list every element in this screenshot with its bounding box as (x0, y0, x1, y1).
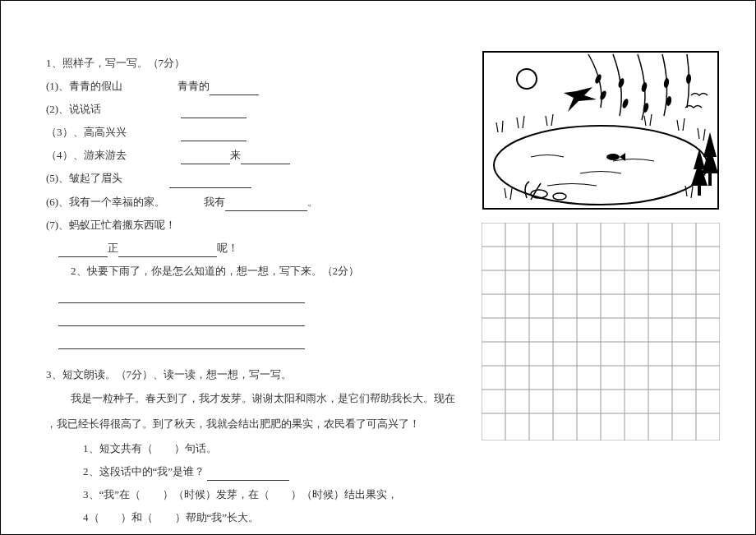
svg-rect-29 (698, 186, 701, 196)
q1-title: 1、照样子，写一写。（7分） (46, 54, 473, 72)
q3-title: 3、短文朗读。（7分）、读一读，想一想，写一写。 (46, 366, 473, 384)
q3-s1: 1、短文共有（ ）句话。 (46, 440, 473, 458)
q1-i1b: 青青的 (177, 80, 210, 92)
q1-i6a: (6)、我有一个幸福的家。 (46, 196, 165, 208)
q3-s3b: ）（时候）发芽，在（ (163, 488, 270, 500)
q1-i3: （3）、高高兴兴 (46, 126, 127, 138)
q2-blank3 (46, 331, 473, 349)
q2-blank1 (46, 285, 473, 303)
q1-item7b: 正呢！ (46, 239, 473, 257)
blank[interactable] (58, 292, 305, 303)
q1-i4a: （4）、游来游去 (46, 149, 127, 161)
q1-i2: (2)、说说话 (46, 103, 101, 115)
blank[interactable] (58, 338, 305, 349)
q3-p2: ，我已经长得很高了。到了秋天，我就会结出肥肥的果实，农民看了可高兴了！ (46, 414, 473, 435)
q3-p1: 我是一粒种子。春天到了，我才发芽。谢谢太阳和雨水，是它们帮助我长大。现在 (46, 389, 473, 409)
q1-item1: (1)、青青的假山 青青的 (46, 77, 473, 95)
writing-grid[interactable] (482, 223, 720, 440)
q1-item3: （3）、高高兴兴 (46, 123, 473, 141)
q3-s4: 4（ ）和（ ）帮助“我”长大。 (46, 509, 473, 527)
q1-item7: (7)、蚂蚁正忙着搬东西呢！ (46, 216, 473, 234)
blank[interactable] (225, 200, 307, 211)
blank[interactable] (210, 84, 259, 95)
svg-point-28 (606, 154, 620, 160)
scene-illustration (482, 50, 720, 210)
q3-s2: 2、这段话中的“我”是谁？ (46, 463, 473, 481)
q1-i1a: (1)、青青的假山 (46, 80, 122, 92)
q2-text: 2、快要下雨了，你是怎么知道的，想一想，写下来。（2分） (46, 262, 473, 280)
q1-item2: (2)、说说话 (46, 100, 473, 118)
q1-i5: (5)、皱起了眉头 (46, 172, 122, 184)
q3-s3c: ）（时候）结出果实， (291, 488, 398, 500)
blank[interactable] (207, 469, 289, 481)
q3-s4a: 4（ (83, 511, 99, 523)
q3-s3: 3、“我”在（ ）（时候）发芽，在（ ）（时候）结出果实， (46, 486, 473, 504)
blank[interactable] (58, 246, 108, 257)
blank[interactable] (241, 153, 290, 164)
q3-s3a: 3、“我”在（ (83, 488, 141, 500)
blank[interactable] (169, 177, 251, 188)
q3-s5: 5、照样子写句子 (46, 532, 473, 535)
q1-i6c: 。 (307, 196, 318, 208)
q2-blank2 (46, 308, 473, 326)
q1-i4b: 来 (230, 149, 241, 161)
q1-i7b: 正 (108, 242, 118, 254)
q1-item4: （4）、游来游去 来 (46, 146, 473, 164)
q1-item6: (6)、我有一个幸福的家。 我有。 (46, 193, 473, 211)
blank[interactable] (181, 130, 247, 141)
blank[interactable] (118, 246, 217, 257)
q3-s4c: ）帮助“我”长大。 (175, 511, 260, 523)
left-column: 1、照样子，写一写。（7分） (1)、青青的假山 青青的 (2)、说说话 （3）… (46, 54, 473, 535)
q3-s1a: 1、短文共有（ (83, 442, 153, 454)
q3-s2t: 2、这段话中的“我”是谁？ (83, 465, 205, 477)
q1-item5: (5)、皱起了眉头 (46, 169, 473, 187)
q3-s1b: ）句话。 (174, 442, 217, 454)
blank[interactable] (181, 107, 247, 118)
q1-i6b: 我有 (204, 196, 225, 208)
svg-rect-30 (708, 173, 712, 186)
q3-s4b: ）和（ (121, 511, 153, 523)
q1-i7c: 呢！ (217, 242, 238, 254)
blank[interactable] (181, 153, 230, 164)
blank[interactable] (58, 315, 305, 326)
